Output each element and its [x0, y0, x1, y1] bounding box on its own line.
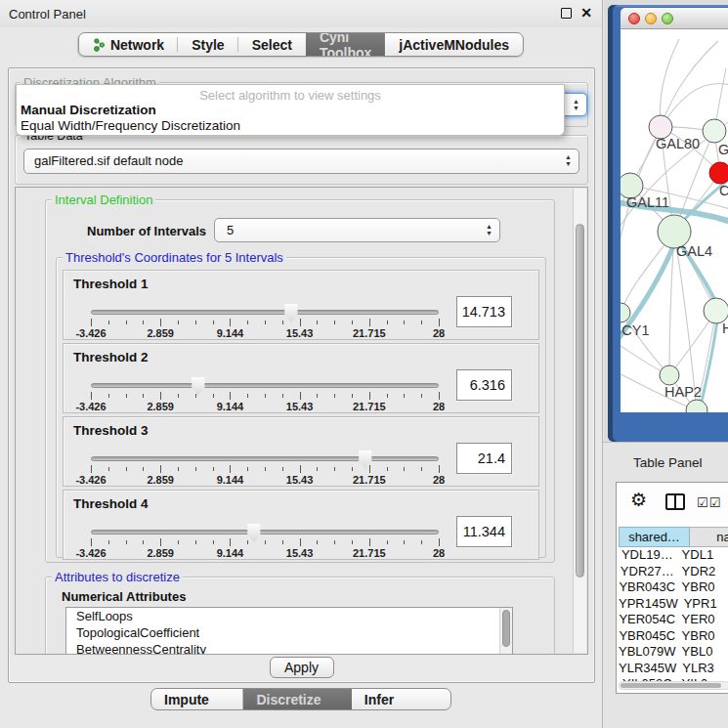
network-canvas[interactable]: GAL80GACGAL11GAL4GCY1HHAP2: [621, 29, 728, 412]
table-row[interactable]: YLR345WYLR3: [619, 661, 728, 677]
tick-mark: [334, 540, 335, 544]
show-columns-icon[interactable]: ☑☑: [697, 495, 721, 510]
slider-ruler: [91, 538, 439, 546]
tick-mark: [213, 321, 214, 324]
tab-infer-network[interactable]: Infer Network: [352, 689, 450, 709]
tick-mark: [317, 394, 318, 398]
threshold-3-panel: Threshold 3 -3.4262.8599.14415.4321.7152…: [63, 416, 539, 487]
scrollbar-thumb[interactable]: [621, 683, 721, 688]
zoom-traffic-light-icon[interactable]: [662, 13, 673, 24]
column-header-shared-name[interactable]: shared…: [619, 527, 690, 547]
tab-style[interactable]: Style: [178, 33, 237, 56]
tab-cyni-toolbox[interactable]: Cyni Toolbox: [306, 33, 385, 56]
threshold-4-slider[interactable]: -3.4262.8599.14415.4321.71528: [91, 522, 439, 559]
float-window-icon[interactable]: [561, 8, 572, 19]
tick-mark: [439, 392, 440, 400]
tick-mark: [230, 392, 231, 400]
tab-network[interactable]: Network: [79, 33, 178, 56]
tick-mark: [300, 465, 301, 473]
threshold-2-slider[interactable]: -3.4262.8599.14415.4321.71528: [91, 375, 439, 412]
threshold-value-field[interactable]: 14.713: [456, 296, 512, 327]
slider-track[interactable]: [91, 456, 439, 461]
tab-impute-data[interactable]: Impute Data: [151, 689, 243, 709]
close-traffic-light-icon[interactable]: [628, 13, 640, 24]
table-body: YDL19…YDL1YDR27…YDR2YBR043CYBR0YPR145WYP…: [619, 547, 728, 693]
scale-label: 21.715: [353, 474, 386, 486]
tick-mark: [230, 465, 231, 473]
scrollbar-thumb[interactable]: [502, 610, 510, 647]
dropdown-item-equal-width[interactable]: Equal Width/Frequency Discretization: [17, 117, 564, 133]
table-row[interactable]: YDR27…YDR2: [619, 564, 728, 580]
threshold-value-field[interactable]: 6.316: [456, 369, 512, 401]
tick-mark: [126, 467, 127, 471]
slider-track[interactable]: [91, 310, 439, 315]
attribute-list-item[interactable]: SelfLoops: [66, 608, 512, 624]
minimize-traffic-light-icon[interactable]: [645, 13, 657, 24]
slider-track[interactable]: [91, 530, 439, 535]
tick-mark: [317, 540, 318, 544]
tab-discretize-data[interactable]: Discretize Data: [243, 689, 351, 709]
tick-mark: [195, 467, 196, 471]
network-view-window[interactable]: GAL80GACGAL11GAL4GCY1HHAP2: [608, 5, 728, 442]
slider-ruler: [91, 319, 439, 326]
tick-mark: [317, 467, 318, 471]
settings-scrollpane: Interval Definition Number of Intervals …: [15, 187, 588, 655]
tick-mark: [108, 467, 109, 471]
list-scrollbar[interactable]: [499, 608, 512, 655]
tick-mark: [247, 321, 248, 324]
tab-select[interactable]: Select: [238, 33, 306, 56]
threshold-value-field[interactable]: 11.344: [456, 516, 512, 547]
scale-label: 2.859: [147, 327, 174, 339]
tab-label: Style: [192, 37, 224, 53]
scrollbar-thumb[interactable]: [576, 224, 584, 578]
tick-mark: [282, 467, 283, 471]
table-row[interactable]: YPR145WYPR1: [619, 596, 728, 613]
cell-shared-name: YER054C: [619, 612, 676, 628]
settings-gear-icon[interactable]: ⚙: [630, 489, 647, 511]
cell-name: YBR0: [676, 579, 728, 596]
split-view-icon[interactable]: [665, 493, 685, 510]
threshold-value-field[interactable]: 21.4: [456, 443, 512, 474]
threshold-label: Threshold 1: [73, 277, 149, 291]
tick-mark: [213, 540, 214, 544]
network-node[interactable]: [709, 162, 728, 184]
slider-ruler: [91, 392, 439, 400]
table-row[interactable]: YER054CYER0: [619, 612, 728, 628]
attribute-list-item[interactable]: TopologicalCoefficient: [66, 624, 512, 641]
tick-mark: [404, 540, 405, 544]
threshold-3-slider[interactable]: -3.4262.8599.14415.4321.71528: [91, 449, 439, 486]
number-of-intervals-spinner[interactable]: 5 ▲▼: [214, 218, 500, 242]
tab-jactivemnodules[interactable]: jActiveMNodules: [385, 33, 523, 56]
network-node[interactable]: [621, 303, 630, 322]
tick-mark: [421, 467, 422, 471]
tick-mark: [300, 538, 301, 546]
tick-mark: [369, 319, 370, 326]
cyni-toolbox-panel: Discretization Algorithm ▲▼ Select algor…: [8, 67, 595, 683]
slider-track[interactable]: [91, 383, 439, 388]
table-row[interactable]: YDL19…YDL1: [619, 547, 728, 564]
table-row[interactable]: YBL079WYBL0: [619, 644, 728, 661]
table-row[interactable]: YBR043CYBR0: [619, 579, 728, 596]
tick-mark: [247, 467, 248, 471]
table-horizontal-scrollbar[interactable]: [619, 681, 728, 690]
tick-mark: [387, 321, 388, 324]
dropdown-item-manual-discretization[interactable]: Manual Discretization: [17, 102, 564, 117]
tick-mark: [334, 467, 335, 471]
close-icon[interactable]: ✕: [580, 5, 592, 21]
attribute-list-item[interactable]: BetweennessCentrality: [66, 641, 512, 655]
right-region: GAL80GACGAL11GAL4GCY1HHAP2 Table Panel ⚙…: [604, 0, 728, 728]
settings-scrollbar[interactable]: [573, 189, 586, 653]
node-label: GAL80: [656, 136, 700, 151]
network-node[interactable]: [660, 365, 679, 385]
slider-scale: -3.4262.8599.14415.4321.71528: [91, 547, 439, 559]
table-row[interactable]: YBR045CYBR0: [619, 628, 728, 645]
scale-label: 2.859: [147, 401, 174, 412]
combo-arrows-icon: ▲▼: [486, 223, 492, 236]
scale-label: 28: [433, 327, 445, 339]
numerical-attributes-list[interactable]: SelfLoopsTopologicalCoefficientBetweenne…: [65, 607, 513, 655]
network-node[interactable]: [703, 119, 726, 143]
column-header-name[interactable]: na: [690, 527, 728, 547]
apply-button[interactable]: Apply: [270, 657, 334, 678]
threshold-1-slider[interactable]: -3.4262.8599.14415.4321.71528: [91, 302, 439, 339]
table-data-combobox[interactable]: galFiltered.sif default node ▲▼: [23, 149, 579, 174]
